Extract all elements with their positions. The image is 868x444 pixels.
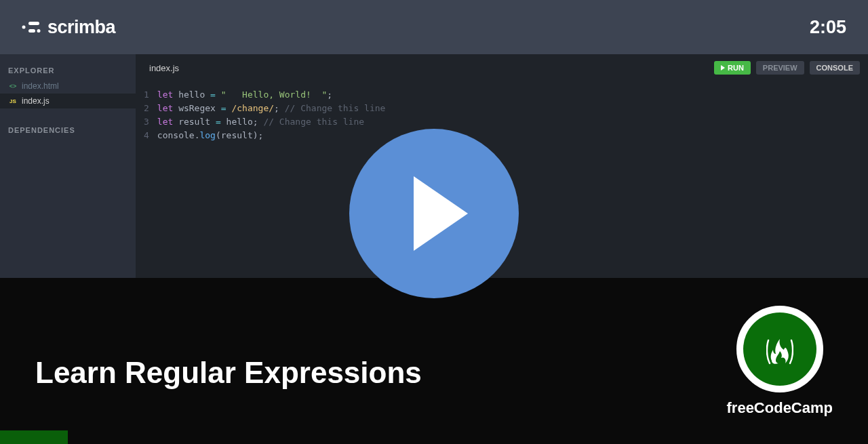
code-line: let hello = " Hello, World! "; <box>157 88 386 102</box>
tab-filename[interactable]: index.js <box>144 60 184 76</box>
editor-actions: RUN PREVIEW CONSOLE <box>714 61 860 75</box>
line-number: 3 <box>144 115 149 129</box>
svg-rect-2 <box>28 29 35 33</box>
code-line: let wsRegex = /change/; // Change this l… <box>157 102 386 115</box>
line-number: 4 <box>144 129 149 142</box>
svg-rect-1 <box>28 22 39 25</box>
code-content: let hello = " Hello, World! ";let wsRege… <box>157 81 386 149</box>
line-numbers: 1234 <box>144 81 157 149</box>
scrimba-logo-icon <box>22 20 41 34</box>
flame-icon <box>766 332 793 366</box>
run-button[interactable]: RUN <box>714 61 751 75</box>
fcc-inner <box>743 312 816 386</box>
editor-tabs: index.js RUN PREVIEW CONSOLE <box>136 54 868 81</box>
svg-point-3 <box>37 29 41 33</box>
svg-point-0 <box>22 26 26 29</box>
play-button-overlay[interactable] <box>349 129 519 298</box>
code-line: console.log(result); <box>157 129 386 142</box>
play-icon <box>721 65 725 70</box>
file-item-html[interactable]: <> index.html <box>0 79 136 94</box>
logo-text: scrimba <box>47 17 115 38</box>
progress-bar[interactable] <box>0 430 68 444</box>
code-line: let result = hello; // Change this line <box>157 115 386 129</box>
provider-name: freeCodeCamp <box>727 399 833 417</box>
preview-button[interactable]: PREVIEW <box>756 61 804 75</box>
freecodecamp-badge[interactable]: freeCodeCamp <box>727 306 833 417</box>
file-name: index.html <box>22 81 59 91</box>
logo[interactable]: scrimba <box>22 17 115 38</box>
timestamp: 2:05 <box>810 17 846 38</box>
course-title: Learn Regular Expressions <box>35 356 422 390</box>
line-number: 2 <box>144 102 149 115</box>
html-file-icon: <> <box>8 81 18 91</box>
sidebar: EXPLORER <> index.html JS index.js DEPEN… <box>0 54 136 278</box>
file-item-js[interactable]: JS index.js <box>0 94 136 108</box>
explorer-heading: EXPLORER <box>0 62 136 79</box>
header: scrimba 2:05 <box>0 0 868 54</box>
dependencies-heading: DEPENDENCIES <box>0 122 136 138</box>
file-name: index.js <box>22 96 50 106</box>
js-file-icon: JS <box>8 96 18 106</box>
title-overlay: Learn Regular Expressions <box>35 356 422 390</box>
run-label: RUN <box>728 64 744 72</box>
line-number: 1 <box>144 88 149 102</box>
console-button[interactable]: CONSOLE <box>810 61 860 75</box>
fcc-circle <box>736 306 823 392</box>
code-area[interactable]: 1234 let hello = " Hello, World! ";let w… <box>136 81 868 149</box>
play-icon <box>414 176 468 251</box>
